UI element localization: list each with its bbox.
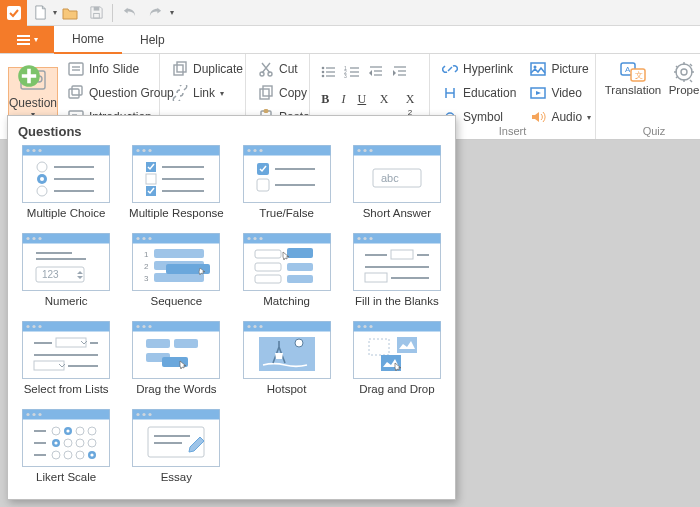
svg-point-188 <box>76 451 84 459</box>
svg-point-24 <box>322 67 325 70</box>
svg-point-190 <box>91 453 94 456</box>
cut-button[interactable]: Cut <box>254 58 301 80</box>
svg-point-177 <box>76 427 84 435</box>
qtype-true-false[interactable]: True/False <box>239 145 335 219</box>
qtype-drag-drop[interactable]: Drag and Drop <box>349 321 445 395</box>
question-button[interactable]: Question ▾ <box>8 67 58 120</box>
italic-button[interactable]: I <box>338 92 348 108</box>
translation-button[interactable]: A文 Translation <box>604 60 662 98</box>
svg-rect-120 <box>255 275 281 283</box>
svg-rect-8 <box>69 63 83 75</box>
svg-rect-11 <box>69 89 79 98</box>
svg-point-126 <box>369 237 372 240</box>
duplicate-button[interactable]: Duplicate <box>168 58 237 80</box>
qtype-short-answer[interactable]: abc Short Answer <box>349 145 445 219</box>
save-icon[interactable] <box>83 0 109 26</box>
outdent-icon[interactable] <box>368 64 384 80</box>
svg-point-66 <box>143 149 146 152</box>
svg-point-159 <box>295 339 303 347</box>
app-icon[interactable] <box>0 0 27 26</box>
svg-text:文: 文 <box>635 71 643 80</box>
svg-rect-116 <box>255 250 281 258</box>
svg-point-18 <box>260 72 264 76</box>
question-label: Question <box>9 96 57 110</box>
file-menu-button[interactable]: ▾ <box>0 26 54 53</box>
undo-icon[interactable] <box>116 0 142 26</box>
questions-grid: Multiple Choice Multiple Response True/F… <box>18 145 445 483</box>
qtype-multiple-response[interactable]: Multiple Response <box>128 145 224 219</box>
svg-point-125 <box>363 237 366 240</box>
list-indent-row: 123 <box>318 62 421 82</box>
svg-point-193 <box>137 413 140 416</box>
qtype-sequence[interactable]: 1 2 3 Sequence <box>128 233 224 307</box>
svg-rect-0 <box>7 6 21 20</box>
qtype-hotspot[interactable]: Hotspot <box>239 321 335 395</box>
education-button[interactable]: Education <box>438 82 520 104</box>
svg-rect-166 <box>397 337 417 353</box>
svg-rect-12 <box>72 86 82 95</box>
qat-customize-caret[interactable]: ▾ <box>170 8 174 17</box>
indent-icon[interactable] <box>392 64 408 80</box>
hyperlink-button[interactable]: Hyperlink <box>438 58 520 80</box>
numbering-icon[interactable]: 123 <box>344 64 360 80</box>
link-button[interactable]: Link ▾ <box>168 82 237 104</box>
font-style-row: B I U X2 X2 <box>318 90 421 110</box>
svg-point-94 <box>39 237 42 240</box>
qtype-fill-blanks[interactable]: Fill in the Blanks <box>349 233 445 307</box>
svg-text:abc: abc <box>381 172 399 184</box>
svg-point-26 <box>322 75 325 78</box>
svg-rect-128 <box>391 250 413 259</box>
tab-help[interactable]: Help <box>122 26 183 53</box>
svg-point-148 <box>149 325 152 328</box>
svg-point-25 <box>322 71 325 74</box>
svg-point-53 <box>27 149 30 152</box>
picture-button[interactable]: Picture <box>526 58 595 80</box>
svg-rect-1 <box>93 13 99 18</box>
svg-point-146 <box>137 325 140 328</box>
svg-rect-21 <box>263 86 272 96</box>
svg-point-162 <box>357 325 360 328</box>
svg-point-181 <box>55 441 58 444</box>
qtype-select-lists[interactable]: Select from Lists <box>18 321 114 395</box>
svg-text:A: A <box>625 65 631 74</box>
qtype-matching[interactable]: Matching <box>239 233 335 307</box>
svg-point-77 <box>253 149 256 152</box>
svg-text:123: 123 <box>42 269 59 280</box>
subscript-button[interactable]: X2 <box>375 92 393 108</box>
svg-rect-109 <box>154 273 204 282</box>
bold-button[interactable]: B <box>320 92 330 108</box>
qtype-multiple-choice[interactable]: Multiple Choice <box>18 145 114 219</box>
copy-button[interactable]: Copy <box>254 82 301 104</box>
svg-point-76 <box>247 149 250 152</box>
svg-rect-110 <box>166 264 210 274</box>
svg-point-113 <box>247 237 250 240</box>
svg-point-65 <box>137 149 140 152</box>
tab-strip: ▾ Home Help <box>0 26 700 54</box>
svg-point-54 <box>33 149 36 152</box>
underline-button[interactable]: U <box>357 92 367 108</box>
svg-point-19 <box>268 72 272 76</box>
svg-point-176 <box>67 429 70 432</box>
file-menu-caret: ▾ <box>34 35 38 44</box>
properties-button[interactable]: Prope <box>664 60 700 98</box>
new-file-icon[interactable] <box>27 0 53 26</box>
bullets-icon[interactable] <box>320 64 336 80</box>
svg-point-49 <box>676 64 692 80</box>
svg-point-163 <box>363 325 366 328</box>
svg-point-136 <box>33 325 36 328</box>
superscript-button[interactable]: X2 <box>401 92 419 108</box>
qtype-numeric[interactable]: 123 Numeric <box>18 233 114 307</box>
separator <box>112 4 113 22</box>
video-button[interactable]: Video <box>526 82 595 104</box>
redo-icon[interactable] <box>142 0 168 26</box>
svg-rect-121 <box>287 275 313 283</box>
open-icon[interactable] <box>57 0 83 26</box>
panel-title: Questions <box>18 124 445 139</box>
svg-point-182 <box>64 439 72 447</box>
svg-rect-23 <box>264 110 268 113</box>
qtype-drag-words[interactable]: Drag the Words <box>128 321 224 395</box>
qtype-likert[interactable]: Likert Scale <box>18 409 114 483</box>
svg-point-184 <box>88 439 96 447</box>
tab-home[interactable]: Home <box>54 26 122 54</box>
qtype-essay[interactable]: Essay <box>128 409 224 483</box>
